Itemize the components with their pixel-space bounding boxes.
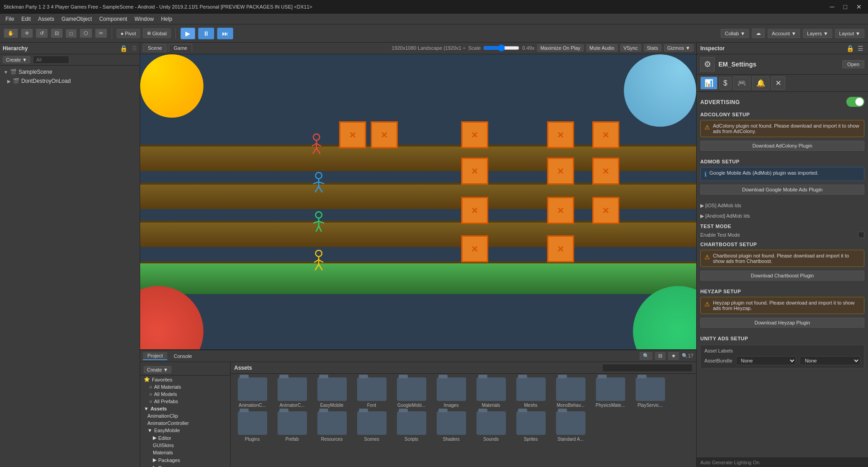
folder-monobehavior[interactable]: MonoBehav...: [552, 377, 589, 408]
em-tab-close[interactable]: ✕: [771, 76, 785, 90]
global-button[interactable]: ⊕ Global: [143, 29, 171, 38]
scene-tab-game[interactable]: Game: [169, 44, 192, 52]
sidebar-animatorcontroller[interactable]: AnimatorController: [140, 419, 230, 427]
folder-font[interactable]: Font: [354, 377, 390, 408]
folder-prefab[interactable]: Prefab: [274, 411, 310, 442]
download-admob-button[interactable]: Download Google Mobile Ads Plugin: [700, 185, 864, 195]
em-tab-notifications[interactable]: 🔔: [752, 76, 769, 90]
folder-shaders[interactable]: Shaders: [433, 411, 469, 442]
sidebar-all-prefabs[interactable]: ○ All Prefabs: [140, 398, 230, 405]
sidebar-guiskins[interactable]: GUISkins: [140, 442, 230, 449]
download-adcolony-button[interactable]: Download AdColony Plugin: [700, 141, 864, 151]
em-tab-analytics[interactable]: 📊: [700, 76, 717, 90]
play-button[interactable]: ▶: [180, 28, 195, 39]
hierarchy-search-input[interactable]: [33, 56, 69, 64]
tool-scale[interactable]: ⊡: [51, 29, 63, 38]
inspector-lock-icon[interactable]: 🔒: [845, 44, 855, 53]
download-heyzap-button[interactable]: Download Heyzap Plugin: [700, 318, 864, 328]
asset-bundle-variant-dropdown[interactable]: None: [800, 356, 860, 365]
folder-sounds[interactable]: Sounds: [473, 411, 509, 442]
folder-plugins[interactable]: Plugins: [234, 411, 270, 442]
chartboost-warning: ⚠ Chartboost plugin not found. Please do…: [700, 250, 864, 267]
menu-component[interactable]: Component: [95, 15, 131, 23]
folder-standard-assets[interactable]: Standard A...: [552, 411, 589, 442]
sidebar-materials[interactable]: Materials: [140, 449, 230, 456]
cloud-button[interactable]: ☁: [752, 29, 765, 38]
em-tab-monetization[interactable]: $: [719, 77, 731, 90]
sidebar-editor[interactable]: ▶ Editor: [140, 434, 230, 442]
hierarchy-item-dontdestroyonload[interactable]: ▶ 🎬 DontDestroyOnLoad: [0, 76, 140, 86]
open-button[interactable]: Open: [842, 60, 864, 68]
hierarchy-item-samplescene[interactable]: ▼ 🎬 SampleScene: [0, 67, 140, 76]
folder-physicsmaterial[interactable]: PhysicsMate...: [592, 377, 628, 408]
folder-easymobile[interactable]: EasyMobile: [314, 377, 350, 408]
folder-animationclip[interactable]: AnimationC...: [234, 377, 270, 408]
layers-dropdown[interactable]: Layers ▼: [803, 29, 832, 38]
layout-dropdown[interactable]: Layout ▼: [835, 29, 864, 38]
advertising-toggle[interactable]: [846, 97, 864, 107]
folder-resources[interactable]: Resources: [314, 411, 350, 442]
tab-console[interactable]: Console: [169, 353, 196, 360]
sidebar-all-materials[interactable]: ○ All Materials: [140, 383, 230, 391]
android-admob-ids[interactable]: ▶ [Android] AdMob Ids: [700, 212, 864, 220]
stats-button[interactable]: Stats: [644, 44, 661, 52]
close-button[interactable]: ✕: [854, 2, 864, 11]
menu-edit[interactable]: Edit: [18, 15, 34, 23]
enable-test-mode-checkbox[interactable]: [858, 232, 864, 238]
minimize-button[interactable]: ─: [827, 2, 837, 11]
menu-assets[interactable]: Assets: [34, 15, 58, 23]
sidebar-assets[interactable]: ▼ Assets: [140, 405, 230, 412]
scale-slider[interactable]: [483, 44, 519, 52]
tool-rotate[interactable]: ↺: [36, 29, 48, 38]
hierarchy-menu-icon[interactable]: ☰: [132, 45, 137, 52]
pivot-button[interactable]: ● Pivot: [117, 29, 140, 38]
folder-meshs[interactable]: Meshs: [513, 377, 549, 408]
project-star-icon[interactable]: ★: [668, 352, 679, 360]
ios-admob-ids[interactable]: ▶ [iOS] AdMob Ids: [700, 202, 864, 210]
menu-gameobject[interactable]: GameObject: [58, 15, 95, 23]
folder-materials[interactable]: Materials: [473, 377, 509, 408]
folder-scenes[interactable]: Scenes: [354, 411, 390, 442]
folder-animatorcontroller[interactable]: AnimatorC...: [274, 377, 310, 408]
em-tab-gameservices[interactable]: 🎮: [733, 76, 750, 90]
gizmos-button[interactable]: Gizmos ▼: [664, 44, 693, 52]
tool-rect[interactable]: □: [66, 29, 77, 38]
asset-bundle-dropdown[interactable]: None: [736, 356, 797, 365]
assets-search-input[interactable]: [602, 364, 693, 372]
tool-move[interactable]: ✛: [21, 29, 33, 38]
hierarchy-lock-icon[interactable]: 🔒: [120, 45, 127, 52]
tool-hand[interactable]: ✋: [4, 29, 18, 38]
step-button[interactable]: ⏭: [217, 28, 233, 39]
folder-googlemobile[interactable]: GoogleMobi...: [393, 377, 429, 408]
project-search-icon[interactable]: 🔍: [640, 352, 652, 360]
sidebar-easymobile[interactable]: ▼ EasyMobile: [140, 427, 230, 434]
folder-scripts[interactable]: Scripts: [393, 411, 429, 442]
vsync-button[interactable]: VSync: [620, 44, 641, 52]
hierarchy-create-button[interactable]: Create ▼: [3, 56, 30, 63]
tool-transform[interactable]: ⬡: [80, 29, 92, 38]
collab-button[interactable]: Collab ▼: [721, 29, 749, 38]
sidebar-favorites[interactable]: ⭐ Favorites: [140, 376, 230, 383]
menu-file[interactable]: File: [2, 15, 18, 23]
maximize-on-play-button[interactable]: Maximize On Play: [537, 44, 584, 52]
sidebar-all-models[interactable]: ○ All Models: [140, 391, 230, 398]
account-dropdown[interactable]: Account ▼: [768, 29, 800, 38]
project-filter-icon[interactable]: ⊟: [655, 352, 665, 360]
inspector-more-icon[interactable]: ☰: [857, 44, 864, 53]
folder-playservices[interactable]: PlayServic...: [632, 377, 668, 408]
tab-project[interactable]: Project: [143, 352, 167, 360]
download-chartboost-button[interactable]: Download Chartboost Plugin: [700, 271, 864, 281]
scene-tab-scene[interactable]: Scene: [143, 44, 167, 52]
sidebar-animationclip[interactable]: AnimationClip: [140, 412, 230, 419]
folder-sprites[interactable]: Sprites: [513, 411, 549, 442]
sidebar-packages[interactable]: ▶ Packages: [140, 456, 230, 464]
tool-custom[interactable]: ✂: [95, 29, 107, 38]
menu-help[interactable]: Help: [157, 15, 176, 23]
menu-window[interactable]: Window: [131, 15, 157, 23]
mute-audio-button[interactable]: Mute Audio: [586, 44, 618, 52]
maximize-button[interactable]: □: [841, 2, 850, 11]
pause-button[interactable]: ⏸: [198, 28, 214, 39]
folder-images[interactable]: Images: [433, 377, 469, 408]
sidebar-resources[interactable]: ▶ Resources: [140, 464, 230, 467]
project-create-button[interactable]: Create ▼: [144, 366, 171, 373]
